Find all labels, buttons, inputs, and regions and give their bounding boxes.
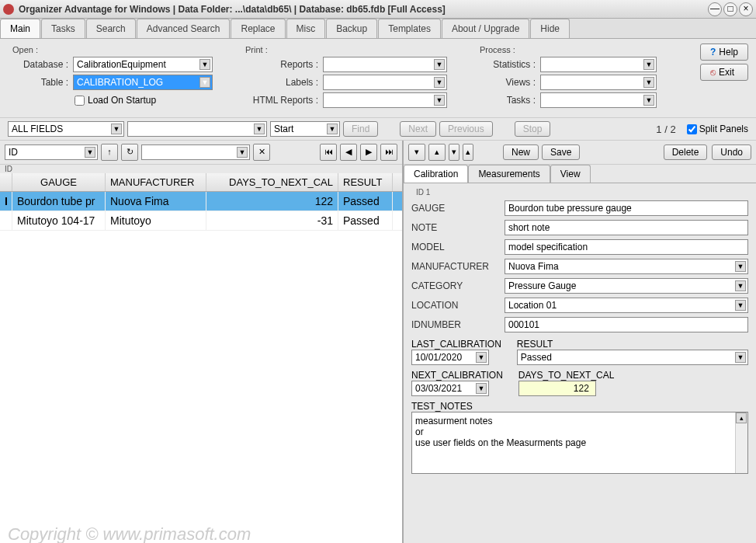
last-button[interactable]: ⏭ [380,144,397,161]
col-gauge[interactable]: GAUGE [12,173,106,191]
category-combo[interactable]: Pressure Gauge▼ [505,278,748,294]
clear-button[interactable]: ✕ [253,144,270,161]
chevron-down-icon[interactable]: ▼ [476,383,487,394]
print-legend: Print : [245,45,447,54]
chevron-down-icon[interactable]: ▼ [643,59,654,70]
scrollbar[interactable]: ▴ [735,412,747,473]
chevron-down-icon[interactable]: ▼ [643,95,654,106]
id-sublabel: ID [5,165,402,173]
chevron-down-icon[interactable]: ▼ [434,59,445,70]
tab-tasks[interactable]: Tasks [41,19,85,38]
maximize-button[interactable]: □ [723,2,737,16]
database-combo[interactable]: CalibrationEquipment▼ [73,57,213,72]
expand-button[interactable]: ▴ [428,144,446,161]
lastcal-input[interactable]: 10/01/2020▼ [411,350,489,365]
minimize-button[interactable]: — [708,2,722,16]
allfields-combo[interactable]: ALL FIELDS▼ [8,121,124,137]
undo-button[interactable]: Undo [712,144,751,160]
chevron-down-icon[interactable]: ▼ [434,95,445,106]
statistics-combo[interactable]: ▼ [540,57,657,72]
find-button[interactable]: Find [343,121,378,137]
stop-button[interactable]: Stop [515,121,551,137]
search-value-combo[interactable]: ▼ [127,121,267,137]
gauge-input[interactable]: Bourdon tube pressure gauge [505,200,748,216]
start-combo[interactable]: Start▼ [270,121,340,137]
tab-replace[interactable]: Replace [231,19,285,38]
result-combo[interactable]: Passed▼ [517,350,748,365]
tab-misc[interactable]: Misc [286,19,326,38]
tab-advsearch[interactable]: Advanced Search [137,19,231,38]
col-result[interactable]: RESULT [338,173,393,191]
testnotes-textarea[interactable]: measurment notes or use user fields on t… [411,412,748,474]
table-row[interactable]: Mitutoyo 104-17 Mitutoyo -31 Passed [0,211,402,231]
manufacturer-combo[interactable]: Nuova Fima▼ [505,259,748,274]
tab-about[interactable]: About / Upgrade [442,19,529,38]
table-row-indicator-header [0,173,12,191]
result-label: RESULT [517,339,748,350]
next-button[interactable]: Next [400,121,436,137]
previous-button[interactable]: Previous [439,121,493,137]
scroll-up-icon[interactable]: ▴ [736,412,747,423]
chevron-down-icon[interactable]: ▼ [199,59,210,70]
app-icon [3,4,14,15]
scroll-up-button[interactable]: ▴ [463,144,473,161]
reports-combo[interactable]: ▼ [323,57,447,72]
split-panels-checkbox[interactable] [687,124,697,134]
location-combo[interactable]: Location 01▼ [505,298,748,313]
sort-asc-button[interactable]: ↑ [101,144,118,161]
save-button[interactable]: Save [542,144,580,160]
filter-combo[interactable]: ▼ [141,144,250,160]
note-input[interactable]: short note [505,220,748,235]
htmlreports-combo[interactable]: ▼ [323,92,447,108]
chevron-down-icon[interactable]: ▼ [735,261,746,272]
chevron-down-icon[interactable]: ▼ [327,124,338,134]
col-days[interactable]: DAYS_TO_NEXT_CAL [206,173,338,191]
col-manufacturer[interactable]: MANUFACTURER [106,173,206,191]
tab-templates[interactable]: Templates [378,19,441,38]
tasks-combo[interactable]: ▼ [540,92,657,108]
exit-icon: ⎋ [710,67,716,78]
chevron-down-icon[interactable]: ▼ [735,352,746,363]
chevron-down-icon[interactable]: ▼ [111,124,122,134]
chevron-down-icon[interactable]: ▼ [199,77,210,88]
chevron-down-icon[interactable]: ▼ [643,77,654,88]
daystonext-input[interactable]: 122 [518,381,596,396]
chevron-down-icon[interactable]: ▼ [237,147,248,158]
labels-combo[interactable]: ▼ [323,75,447,90]
idnumber-input[interactable]: 000101 [505,317,748,332]
id-combo[interactable]: ID▼ [5,144,98,160]
note-label: NOTE [411,222,505,233]
subtab-view[interactable]: View [550,165,591,183]
views-combo[interactable]: ▼ [540,75,657,90]
new-button[interactable]: New [503,144,539,160]
chevron-down-icon[interactable]: ▼ [735,300,746,311]
next-nav-button[interactable]: ▶ [360,144,377,161]
nextcal-input[interactable]: 03/03/2021▼ [411,381,489,396]
collapse-button[interactable]: ▾ [408,144,425,161]
refresh-button[interactable]: ↻ [121,144,138,161]
subtab-calibration[interactable]: Calibration [404,165,468,183]
prev-button[interactable]: ◀ [340,144,357,161]
close-button[interactable]: × [739,2,753,16]
table-combo[interactable]: CALIBRATION_LOG▼ [73,75,213,90]
load-on-startup-checkbox[interactable] [75,96,85,106]
tab-search[interactable]: Search [86,19,136,38]
tab-backup[interactable]: Backup [326,19,377,38]
help-button[interactable]: ?Help [700,44,748,61]
cell-gauge: Mitutoyo 104-17 [12,211,106,230]
chevron-down-icon[interactable]: ▼ [434,77,445,88]
tab-hide[interactable]: Hide [530,19,570,38]
chevron-down-icon[interactable]: ▼ [254,124,265,134]
subtab-measurements[interactable]: Measurements [468,165,550,183]
load-on-startup-label: Load On Startup [88,95,156,106]
model-input[interactable]: model specification [505,239,748,255]
tab-main[interactable]: Main [0,19,40,38]
chevron-down-icon[interactable]: ▼ [735,280,746,291]
scroll-down-button[interactable]: ▾ [449,144,459,161]
table-row[interactable]: I Bourdon tube pr Nuova Fima 122 Passed [0,192,402,211]
first-button[interactable]: ⏮ [320,144,337,161]
chevron-down-icon[interactable]: ▼ [476,352,487,363]
chevron-down-icon[interactable]: ▼ [85,147,95,158]
exit-button[interactable]: ⎋Exit [700,64,748,81]
delete-button[interactable]: Delete [664,144,708,160]
